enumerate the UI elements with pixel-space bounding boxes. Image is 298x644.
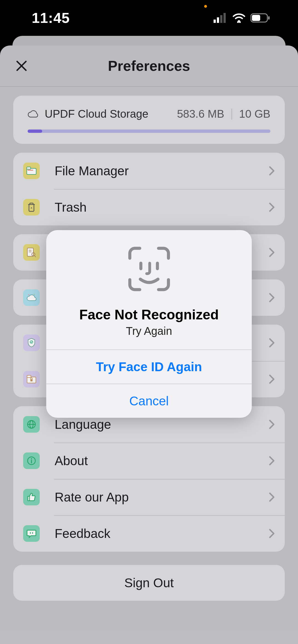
menu-label: Trash — [55, 200, 269, 215]
svg-rect-3 — [223, 13, 226, 23]
divider — [232, 109, 232, 120]
svg-rect-0 — [214, 20, 216, 23]
chevron-right-icon — [269, 202, 275, 212]
chevron-right-icon — [269, 338, 275, 348]
svg-point-4 — [238, 20, 240, 22]
menu-group: Language About Rate our App — [13, 406, 285, 552]
cloud-outline-icon — [28, 110, 39, 118]
menu-item-file-manager[interactable]: File Manager — [13, 153, 285, 189]
globe-icon — [23, 416, 40, 433]
cancel-label: Cancel — [129, 394, 169, 408]
shield-check-icon — [23, 335, 40, 351]
svg-point-17 — [34, 294, 35, 295]
try-again-label: Try Face ID Again — [96, 359, 202, 374]
svg-rect-1 — [217, 17, 219, 23]
cellular-icon — [214, 13, 227, 23]
svg-rect-7 — [268, 16, 270, 20]
status-time: 11:45 — [32, 10, 70, 26]
thumbs-up-icon — [23, 489, 40, 505]
svg-point-16 — [28, 294, 29, 295]
chevron-right-icon — [269, 492, 275, 502]
sign-out-button[interactable]: Sign Out — [13, 565, 285, 601]
close-icon — [15, 60, 28, 72]
face-id-icon — [124, 246, 174, 292]
svg-rect-9 — [27, 167, 31, 169]
storage-progress — [28, 130, 270, 133]
sheet-header: Preferences — [0, 45, 298, 87]
menu-label: Rate our App — [55, 490, 269, 505]
chat-icon — [23, 525, 40, 542]
chevron-right-icon — [269, 293, 275, 303]
info-icon — [23, 452, 40, 469]
lock-folder-icon — [23, 371, 40, 387]
menu-item-about[interactable]: About — [13, 443, 285, 479]
storage-used: 583.6 MB — [177, 108, 224, 120]
page-title: Preferences — [108, 58, 190, 74]
wifi-icon — [232, 13, 246, 23]
chevron-right-icon — [269, 247, 275, 257]
folder-icon — [23, 163, 40, 179]
menu-item-rate[interactable]: Rate our App — [13, 479, 285, 515]
menu-label: File Manager — [55, 163, 269, 178]
menu-item-trash[interactable]: Trash — [13, 189, 285, 225]
battery-icon — [251, 13, 270, 23]
sign-out-label: Sign Out — [124, 575, 174, 590]
recording-indicator-dot — [204, 5, 207, 8]
storage-total: 10 GB — [239, 108, 270, 120]
cloud-storage-card[interactable]: UPDF Cloud Storage 583.6 MB 10 GB — [13, 96, 285, 144]
svg-rect-20 — [27, 375, 31, 378]
menu-item-feedback[interactable]: Feedback — [13, 515, 285, 552]
svg-point-26 — [31, 458, 32, 459]
chevron-right-icon — [269, 456, 275, 466]
status-bar: 11:45 — [0, 0, 298, 36]
svg-rect-2 — [220, 15, 222, 23]
cancel-button[interactable]: Cancel — [46, 384, 252, 418]
menu-label: Feedback — [55, 526, 269, 541]
document-search-icon — [23, 244, 40, 261]
trash-icon — [23, 199, 40, 215]
status-icons — [214, 13, 270, 23]
menu-label: About — [55, 453, 269, 468]
svg-rect-10 — [28, 170, 33, 171]
chevron-right-icon — [269, 166, 275, 176]
svg-rect-6 — [252, 15, 260, 21]
svg-rect-21 — [30, 379, 33, 381]
svg-line-15 — [34, 256, 36, 257]
close-button[interactable] — [13, 58, 30, 74]
menu-group: File Manager Trash — [13, 153, 285, 225]
storage-label: UPDF Cloud Storage — [45, 108, 148, 120]
cloud-icon — [23, 289, 40, 306]
alert-title: Face Not Recognized — [57, 307, 241, 323]
chevron-right-icon — [269, 529, 275, 538]
try-again-button[interactable]: Try Face ID Again — [46, 349, 252, 384]
face-id-alert: Face Not Recognized Try Again Try Face I… — [46, 230, 252, 418]
alert-subtitle: Try Again — [57, 325, 241, 337]
chevron-right-icon — [269, 374, 275, 384]
storage-progress-fill — [28, 130, 42, 133]
chevron-right-icon — [269, 419, 275, 429]
menu-label: Language — [55, 417, 269, 432]
